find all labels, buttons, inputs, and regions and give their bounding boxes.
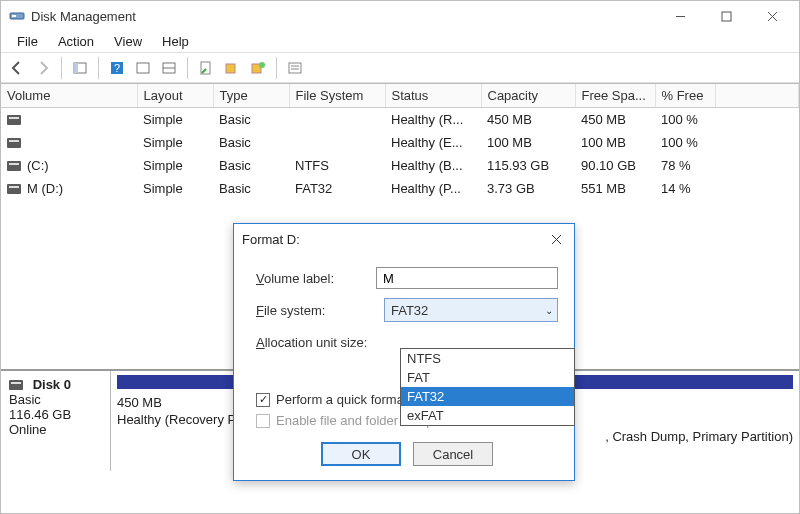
menu-view[interactable]: View [104, 32, 152, 51]
col-volume[interactable]: Volume [1, 84, 137, 108]
volume-label-input[interactable] [376, 267, 558, 289]
menu-action[interactable]: Action [48, 32, 104, 51]
fs-option[interactable]: exFAT [401, 406, 574, 425]
svg-rect-10 [137, 63, 149, 73]
file-system-label: File system: [256, 303, 376, 318]
col-freespace[interactable]: Free Spa... [575, 84, 655, 108]
disk-kind: Basic [9, 392, 41, 407]
svg-rect-17 [289, 63, 301, 73]
table-row[interactable]: M (D:)SimpleBasicFAT32Healthy (P...3.73 … [1, 177, 799, 200]
table-row[interactable]: (C:)SimpleBasicNTFSHealthy (B...115.93 G… [1, 154, 799, 177]
table-row[interactable]: SimpleBasicHealthy (R...450 MB450 MB100 … [1, 108, 799, 132]
chevron-down-icon: ⌄ [545, 305, 553, 316]
svg-rect-7 [74, 63, 78, 73]
toolbar: ? [1, 53, 799, 83]
fs-option[interactable]: FAT [401, 368, 574, 387]
disk-size: 116.46 GB [9, 407, 71, 422]
file-system-select[interactable]: FAT32 ⌄ [384, 298, 558, 322]
window-title: Disk Management [31, 9, 657, 24]
col-layout[interactable]: Layout [137, 84, 213, 108]
forward-button[interactable] [31, 56, 55, 80]
volume-icon [7, 115, 21, 125]
volume-icon [7, 161, 21, 171]
settings-button[interactable] [283, 56, 307, 80]
show-hide-tree-button[interactable] [68, 56, 92, 80]
table-row[interactable]: SimpleBasicHealthy (E...100 MB100 MB100 … [1, 131, 799, 154]
dialog-titlebar: Format D: [234, 224, 574, 254]
svg-point-16 [259, 62, 265, 68]
col-type[interactable]: Type [213, 84, 289, 108]
quick-format-label: Perform a quick format [276, 392, 408, 407]
back-button[interactable] [5, 56, 29, 80]
volume-icon [7, 138, 21, 148]
partition-info: 450 MB Healthy (Recovery P [117, 395, 236, 429]
menubar: File Action View Help [1, 31, 799, 53]
column-headers: Volume Layout Type File System Status Ca… [1, 84, 799, 108]
col-status[interactable]: Status [385, 84, 481, 108]
col-filesystem[interactable]: File System [289, 84, 385, 108]
volume-label-label: Volume label: [256, 271, 368, 286]
svg-text:?: ? [114, 62, 120, 74]
format-dialog: Format D: Volume label: File system: FAT… [233, 223, 575, 481]
file-system-selected: FAT32 [391, 303, 428, 318]
disk-name: Disk 0 [33, 377, 71, 392]
file-system-dropdown: NTFSFATFAT32exFAT [400, 348, 575, 426]
new-volume-button[interactable] [220, 56, 244, 80]
toolbar-separator [276, 57, 277, 79]
app-icon [9, 8, 25, 24]
fs-option[interactable]: NTFS [401, 349, 574, 368]
compression-checkbox[interactable] [256, 414, 270, 428]
disk-list-button[interactable] [157, 56, 181, 80]
disk-info: Disk 0 Basic 116.46 GB Online [1, 371, 111, 471]
col-pctfree[interactable]: % Free [655, 84, 715, 108]
col-capacity[interactable]: Capacity [481, 84, 575, 108]
toolbar-separator [98, 57, 99, 79]
extend-volume-button[interactable] [246, 56, 270, 80]
svg-rect-14 [226, 64, 235, 73]
fs-option[interactable]: FAT32 [401, 387, 574, 406]
svg-rect-3 [722, 12, 731, 21]
help-button[interactable]: ? [105, 56, 129, 80]
maximize-button[interactable] [703, 1, 749, 31]
volume-icon [7, 184, 21, 194]
refresh-button[interactable] [131, 56, 155, 80]
titlebar: Disk Management [1, 1, 799, 31]
menu-file[interactable]: File [7, 32, 48, 51]
menu-help[interactable]: Help [152, 32, 199, 51]
dialog-title: Format D: [242, 232, 546, 247]
properties-button[interactable] [194, 56, 218, 80]
partition-tail-text: , Crash Dump, Primary Partition) [605, 429, 793, 444]
disk-icon [9, 380, 23, 390]
minimize-button[interactable] [657, 1, 703, 31]
quick-format-checkbox[interactable] [256, 393, 270, 407]
svg-rect-1 [12, 15, 16, 17]
toolbar-separator [61, 57, 62, 79]
cancel-button[interactable]: Cancel [413, 442, 493, 466]
ok-button[interactable]: OK [321, 442, 401, 466]
dialog-close-button[interactable] [546, 229, 566, 249]
disk-state: Online [9, 422, 47, 437]
allocation-size-label: Allocation unit size: [256, 335, 376, 350]
toolbar-separator [187, 57, 188, 79]
close-button[interactable] [749, 1, 795, 31]
